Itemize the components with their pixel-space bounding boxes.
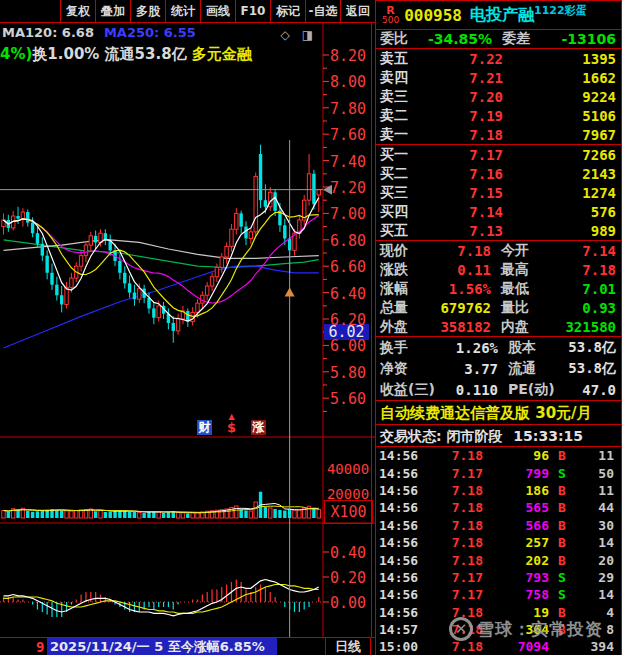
tick-price: 7.18 <box>427 639 483 654</box>
tick-side: B <box>549 500 575 515</box>
tick-count: 11 <box>575 483 621 498</box>
macd-axis-label: 0.00 <box>325 594 371 612</box>
ask-row[interactable]: 卖二7.195106 <box>376 106 621 125</box>
ask-row[interactable]: 卖五7.221395 <box>376 49 621 68</box>
bid-row[interactable]: 买三7.151274 <box>376 183 621 202</box>
chart-tool-icons[interactable]: ◇ ◨ <box>281 28 317 42</box>
toolbar-button--自选[interactable]: -自选 <box>305 0 340 22</box>
tick-count: 394 <box>575 639 621 654</box>
tick-row[interactable]: 14:567.17758S14 <box>376 586 621 603</box>
dollar-badge[interactable]: ▲$ <box>224 420 239 435</box>
toolbar-button-标记[interactable]: 标记 <box>270 0 305 22</box>
bid-price: 7.15 <box>428 185 503 201</box>
bid-label: 买四 <box>376 203 428 221</box>
price-axis-label: 6.20 <box>325 311 371 329</box>
ask-price: 7.19 <box>428 108 503 124</box>
tick-row[interactable]: 14:567.18257B14 <box>376 534 621 551</box>
stat-row: 涨幅1.56%最低7.01 <box>376 279 621 298</box>
toolbar-button-多股[interactable]: 多股 <box>130 0 165 22</box>
bid-label: 买三 <box>376 184 428 202</box>
stock-header[interactable]: R500 000958 电投产融 1122彩蛋 <box>376 0 621 30</box>
ask-volume: 1395 <box>503 51 621 67</box>
stat-value: 7.14 <box>553 243 621 259</box>
bid-row[interactable]: 买五7.13989 <box>376 221 621 240</box>
stat-label: 流通 <box>508 360 560 378</box>
finance-badge[interactable]: 财 <box>197 420 212 435</box>
toolbar-button-叠加[interactable]: 叠加 <box>95 0 130 22</box>
candlestick-chart[interactable] <box>0 22 375 637</box>
tick-side: B <box>549 448 575 463</box>
quote-panel: R500 000958 电投产融 1122彩蛋 委比 -34.85% 委差 -1… <box>375 0 622 655</box>
tick-row[interactable]: 14:567.18565B44 <box>376 499 621 516</box>
tdx-stock-app: 复权叠加多股统计画线F10标记-自选返回 MA120: 6.68MA250: 6… <box>0 0 622 655</box>
tick-time: 14:57 <box>376 622 427 637</box>
ask-price: 7.21 <box>428 70 503 86</box>
zhang-badge[interactable]: 涨 <box>251 420 266 435</box>
cursor-date-info: 2025/11/24/一 5 至今涨幅6.85% <box>47 638 277 655</box>
stat-label: 量比 <box>501 299 553 317</box>
tick-side: B <box>549 553 575 568</box>
weibi-value: -34.85% <box>426 31 492 47</box>
bid-row[interactable]: 买二7.162143 <box>376 164 621 183</box>
tick-volume: 793 <box>483 570 549 585</box>
tick-side: B <box>549 535 575 550</box>
ask-row[interactable]: 卖三7.209224 <box>376 87 621 106</box>
tick-time: 14:56 <box>376 553 427 568</box>
tick-count: 11 <box>575 448 621 463</box>
tick-price: 7.18 <box>427 483 483 498</box>
watermark-text: 雪球：实常投资 <box>477 618 603 641</box>
caret-icon: ▲ <box>224 413 239 421</box>
tick-row[interactable]: 14:567.18566B30 <box>376 517 621 534</box>
ask-volume: 7967 <box>503 127 621 143</box>
bid-levels: 买一7.177266买二7.162143买三7.151274买四7.14576买… <box>376 145 621 241</box>
status-number: 9 <box>36 639 44 655</box>
tick-time: 14:56 <box>376 605 427 620</box>
stat-label: PE(动) <box>508 381 560 399</box>
stat-label: 今开 <box>501 242 553 260</box>
tick-volume: 202 <box>483 553 549 568</box>
bid-row[interactable]: 买一7.177266 <box>376 145 621 164</box>
tick-volume: 257 <box>483 535 549 550</box>
tick-row[interactable]: 14:567.17793S29 <box>376 569 621 586</box>
tick-volume: 799 <box>483 466 549 481</box>
bid-label: 买一 <box>376 146 428 164</box>
stat-label: 净资 <box>376 360 442 378</box>
stat-label: 最低 <box>501 280 553 298</box>
bid-row[interactable]: 买四7.14576 <box>376 202 621 221</box>
ask-row[interactable]: 卖一7.187967 <box>376 125 621 144</box>
ask-label: 卖三 <box>376 88 428 106</box>
tick-count: 50 <box>575 466 621 481</box>
tick-row[interactable]: 14:567.17799S50 <box>376 464 621 481</box>
bid-price: 7.14 <box>428 204 503 220</box>
toolbar-button-返回[interactable]: 返回 <box>340 0 375 22</box>
toolbar-button-画线[interactable]: 画线 <box>200 0 235 22</box>
ma250-label: MA250: 6.55 <box>104 25 196 40</box>
period-selector[interactable]: 日线 <box>325 638 371 655</box>
tick-volume: 758 <box>483 587 549 602</box>
stat-label: 总量 <box>376 299 428 317</box>
bid-label: 买二 <box>376 165 428 183</box>
stat-label: 外盘 <box>376 318 428 336</box>
tick-side: B <box>549 483 575 498</box>
tick-count: 20 <box>575 553 621 568</box>
toolbar-button-统计[interactable]: 统计 <box>165 0 200 22</box>
ask-row[interactable]: 卖四7.211662 <box>376 68 621 87</box>
tick-row[interactable]: 14:567.18186B11 <box>376 482 621 499</box>
tick-row[interactable]: 14:567.18202B20 <box>376 551 621 568</box>
toolbar-button-复权[interactable]: 复权 <box>60 0 95 22</box>
macd-axis-label: 0.40 <box>325 544 371 562</box>
stat-row: 换手1.26%股本53.8亿 <box>376 337 621 358</box>
price-axis-label: 7.60 <box>325 126 371 144</box>
bottom-status-bar: 9 2025/11/24/一 5 至今涨幅6.85% 日线 <box>0 637 375 655</box>
tick-count: 14 <box>575 535 621 550</box>
ask-volume: 1662 <box>503 70 621 86</box>
tick-row[interactable]: 14:567.1896B11 <box>376 447 621 464</box>
ask-label: 卖四 <box>376 69 428 87</box>
subscription-banner[interactable]: 自动续费通达信普及版 30元/月 <box>376 401 621 425</box>
tick-price: 7.18 <box>427 500 483 515</box>
toolbar-button-F10[interactable]: F10 <box>235 0 270 22</box>
chart-region[interactable]: MA120: 6.68MA250: 6.55 4%)换1.00% 流通53.8亿… <box>0 22 375 637</box>
ask-volume: 5106 <box>503 108 621 124</box>
stat-value: 358182 <box>428 319 491 335</box>
weibi-row: 委比 -34.85% 委差 -13106 <box>376 30 621 49</box>
